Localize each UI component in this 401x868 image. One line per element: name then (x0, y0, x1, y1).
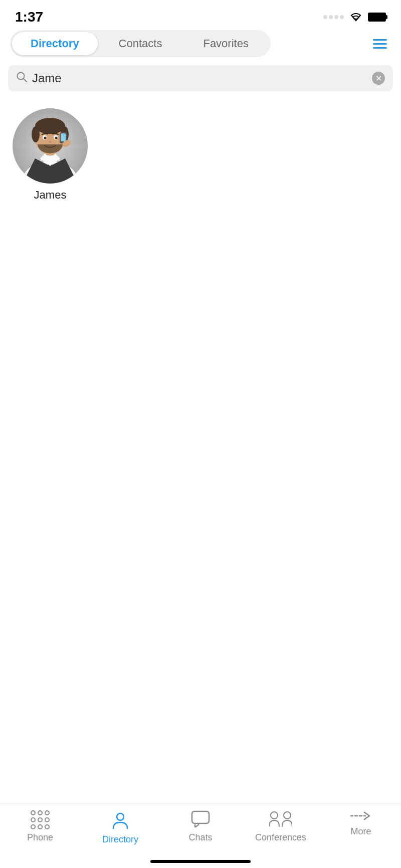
menu-button[interactable] (369, 35, 391, 53)
phone-icon (31, 810, 50, 829)
home-indicator (150, 860, 251, 863)
nav-item-directory[interactable]: Directory (90, 810, 150, 845)
svg-rect-21 (61, 133, 66, 141)
contact-name: James (34, 189, 67, 202)
search-input[interactable] (32, 71, 372, 85)
nav-label-chats: Chats (188, 832, 212, 843)
status-icons (323, 12, 386, 23)
battery-icon (368, 13, 386, 22)
menu-line-1 (373, 39, 387, 41)
more-icon (350, 810, 371, 823)
wifi-icon (349, 12, 363, 23)
svg-rect-24 (192, 811, 209, 823)
top-tab-bar: Directory Contacts Favorites (0, 30, 401, 57)
svg-point-18 (55, 137, 58, 139)
svg-point-13 (32, 126, 40, 142)
svg-point-26 (284, 812, 291, 819)
svg-point-25 (271, 812, 278, 819)
status-bar: 1:37 (0, 0, 401, 30)
svg-point-12 (35, 118, 65, 134)
search-bar: ✕ (8, 65, 393, 91)
chats-icon (191, 810, 210, 829)
nav-label-directory: Directory (102, 834, 138, 845)
nav-item-more[interactable]: More (331, 810, 391, 837)
bottom-nav: Phone Directory Chats (0, 803, 401, 868)
contact-item[interactable]: James (10, 108, 90, 202)
status-time: 1:37 (15, 9, 43, 25)
svg-point-17 (44, 137, 47, 139)
tab-contacts[interactable]: Contacts (98, 32, 183, 55)
nav-label-more: More (350, 826, 371, 837)
svg-point-23 (117, 813, 124, 820)
contact-avatar (13, 108, 88, 184)
svg-point-19 (49, 141, 52, 143)
nav-item-phone[interactable]: Phone (10, 810, 70, 843)
signal-icon (323, 15, 344, 19)
directory-icon (111, 810, 130, 831)
svg-line-1 (24, 79, 27, 82)
search-clear-button[interactable]: ✕ (372, 72, 385, 85)
tab-directory[interactable]: Directory (12, 32, 98, 55)
nav-item-conferences[interactable]: Conferences (251, 810, 311, 843)
menu-line-2 (373, 43, 387, 45)
conferences-icon (269, 810, 292, 829)
nav-label-phone: Phone (27, 832, 53, 843)
tab-favorites[interactable]: Favorites (183, 32, 269, 55)
menu-line-3 (373, 47, 387, 49)
contact-grid: James (0, 103, 401, 207)
tab-group: Directory Contacts Favorites (10, 30, 271, 57)
search-icon (16, 71, 27, 85)
nav-item-chats[interactable]: Chats (170, 810, 231, 843)
nav-label-conferences: Conferences (255, 832, 306, 843)
